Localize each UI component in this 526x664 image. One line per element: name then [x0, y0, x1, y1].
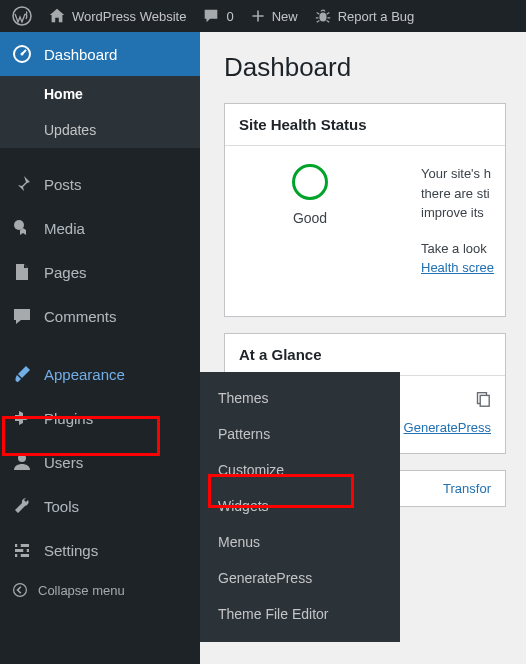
comment-icon [202, 7, 220, 25]
svg-rect-14 [480, 395, 489, 406]
pin-icon [12, 174, 32, 194]
activity-link[interactable]: Transfor [443, 481, 491, 496]
wrench-icon [12, 496, 32, 516]
svg-point-9 [17, 544, 21, 548]
page-icon [12, 262, 32, 282]
plugin-icon [12, 408, 32, 428]
flyout-patterns[interactable]: Patterns [200, 416, 400, 452]
flyout-menus[interactable]: Menus [200, 524, 400, 560]
menu-tools[interactable]: Tools [0, 484, 200, 528]
wp-logo[interactable] [4, 0, 40, 32]
health-circle-icon [292, 164, 328, 200]
panel-title: At a Glance [225, 334, 505, 376]
menu-label: Tools [44, 498, 79, 515]
appearance-flyout: Themes Patterns Customize Widgets Menus … [200, 372, 400, 642]
health-status: Good [235, 210, 385, 226]
wordpress-icon [12, 6, 32, 26]
svg-point-5 [18, 454, 26, 462]
dashboard-icon [12, 44, 32, 64]
menu-posts[interactable]: Posts [0, 162, 200, 206]
comment-icon [12, 306, 32, 326]
user-icon [12, 452, 32, 472]
collapse-icon [12, 582, 28, 598]
menu-label: Posts [44, 176, 82, 193]
health-screen-link[interactable]: Health scree [421, 260, 494, 275]
new-label: New [272, 9, 298, 24]
menu-media[interactable]: Media [0, 206, 200, 250]
comments-count: 0 [226, 9, 233, 24]
report-bug[interactable]: Report a Bug [306, 0, 423, 32]
report-label: Report a Bug [338, 9, 415, 24]
home-icon [48, 7, 66, 25]
menu-settings[interactable]: Settings [0, 528, 200, 572]
panel-title: Site Health Status [225, 104, 505, 146]
theme-link[interactable]: GeneratePress [404, 420, 491, 435]
health-indicator: Good [235, 164, 385, 226]
flyout-theme-file-editor[interactable]: Theme File Editor [200, 596, 400, 632]
health-text: Your site's h there are sti improve its … [421, 164, 494, 294]
site-name: WordPress Website [72, 9, 186, 24]
collapse-label: Collapse menu [38, 583, 125, 598]
new-content[interactable]: New [242, 0, 306, 32]
svg-point-11 [17, 554, 21, 558]
flyout-widgets[interactable]: Widgets [200, 488, 400, 524]
submenu-updates[interactable]: Updates [0, 112, 200, 148]
svg-point-1 [319, 12, 326, 21]
menu-label: Comments [44, 308, 117, 325]
menu-label: Appearance [44, 366, 125, 383]
settings-icon [12, 540, 32, 560]
menu-label: Dashboard [44, 46, 117, 63]
menu-label: Pages [44, 264, 87, 281]
submenu-home[interactable]: Home [0, 76, 200, 112]
dashboard-submenu: Home Updates [0, 76, 200, 148]
plus-icon [250, 8, 266, 24]
bug-icon [314, 7, 332, 25]
flyout-themes[interactable]: Themes [200, 380, 400, 416]
site-health-panel: Site Health Status Good Your site's h th… [224, 103, 506, 317]
media-icon [12, 218, 32, 238]
brush-icon [12, 364, 32, 384]
svg-point-3 [21, 53, 24, 56]
menu-label: Settings [44, 542, 98, 559]
flyout-generatepress[interactable]: GeneratePress [200, 560, 400, 596]
menu-appearance[interactable]: Appearance [0, 352, 200, 396]
page-title: Dashboard [224, 52, 506, 83]
menu-plugins[interactable]: Plugins [0, 396, 200, 440]
svg-point-12 [14, 584, 27, 597]
menu-label: Plugins [44, 410, 93, 427]
flyout-customize[interactable]: Customize [200, 452, 400, 488]
site-home[interactable]: WordPress Website [40, 0, 194, 32]
copy-icon [473, 390, 491, 408]
admin-sidebar: Dashboard Home Updates Posts Media Pages… [0, 32, 200, 664]
menu-label: Users [44, 454, 83, 471]
collapse-menu[interactable]: Collapse menu [0, 572, 200, 608]
admin-bar: WordPress Website 0 New Report a Bug [0, 0, 526, 32]
comments-link[interactable]: 0 [194, 0, 241, 32]
menu-label: Media [44, 220, 85, 237]
menu-users[interactable]: Users [0, 440, 200, 484]
svg-point-10 [23, 549, 27, 553]
menu-dashboard[interactable]: Dashboard [0, 32, 200, 76]
menu-pages[interactable]: Pages [0, 250, 200, 294]
menu-comments[interactable]: Comments [0, 294, 200, 338]
